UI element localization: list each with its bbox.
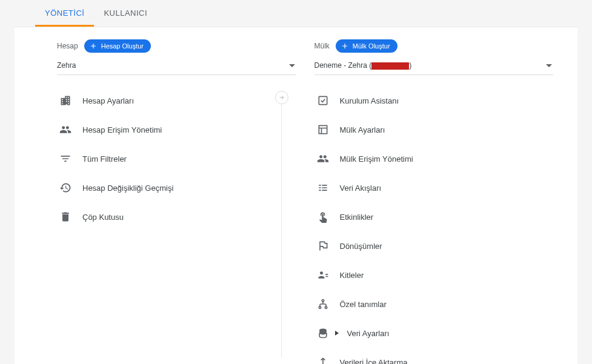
- tab-user[interactable]: KULLANICI: [94, 0, 157, 27]
- account-label: Hesap: [57, 42, 78, 50]
- property-column: Mülk Mülk Oluştur Deneme - Zehra () Kuru: [296, 39, 554, 364]
- arrow-right-icon: [279, 94, 285, 101]
- data-settings-item[interactable]: Veri Ayarları: [314, 319, 554, 348]
- property-selected-suffix: ): [409, 61, 411, 70]
- property-access-item[interactable]: Mülk Erişim Yönetimi: [314, 144, 554, 173]
- conversions-item[interactable]: Dönüşümler: [314, 231, 554, 260]
- people-icon: [59, 124, 72, 136]
- database-icon: [317, 327, 329, 339]
- menu-label: Kitleler: [340, 271, 364, 280]
- setup-assistant-item[interactable]: Kurulum Asistanı: [314, 86, 554, 115]
- svg-point-4: [319, 306, 321, 308]
- flag-icon: [317, 240, 329, 252]
- svg-point-5: [325, 306, 327, 308]
- menu-label: Veri Ayarları: [347, 329, 390, 338]
- account-selected: Zehra: [57, 61, 76, 70]
- events-item[interactable]: Etkinlikler: [314, 202, 554, 231]
- menu-label: Mülk Erişim Yönetimi: [340, 154, 413, 164]
- create-property-button[interactable]: Mülk Oluştur: [336, 39, 397, 53]
- caret-down-icon: [546, 64, 552, 67]
- menu-label: Veri Akışları: [340, 184, 382, 193]
- account-access-item[interactable]: Hesap Erişim Yönetimi: [57, 115, 296, 144]
- menu-label: Özel tanımlar: [340, 300, 387, 309]
- all-filters-item[interactable]: Tüm Filtreler: [57, 144, 296, 173]
- menu-label: Dönüşümler: [340, 242, 382, 251]
- expand-arrow-icon: [335, 331, 339, 336]
- menu-label: Verileri İçe Aktarma: [340, 358, 408, 365]
- menu-label: Etkinlikler: [340, 213, 374, 222]
- checkbox-icon: [317, 94, 329, 107]
- custom-definitions-item[interactable]: Özel tanımlar: [314, 290, 554, 319]
- touch-icon: [317, 211, 329, 223]
- svg-point-3: [322, 300, 324, 302]
- account-header: Hesap Hesap Oluştur: [57, 39, 296, 53]
- upload-icon: [317, 356, 329, 364]
- menu-label: Hesap Değişikliği Geçmişi: [82, 184, 173, 193]
- tab-admin[interactable]: YÖNETİCİ: [35, 0, 94, 27]
- hierarchy-icon: [317, 298, 329, 310]
- property-label: Mülk: [314, 42, 330, 50]
- data-streams-item[interactable]: Veri Akışları: [314, 173, 554, 202]
- trash-item[interactable]: Çöp Kutusu: [57, 202, 296, 231]
- property-selected-prefix: Deneme - Zehra (: [314, 61, 372, 70]
- property-selector[interactable]: Deneme - Zehra (): [314, 58, 554, 75]
- history-icon: [59, 182, 72, 194]
- menu-label: Mülk Ayarları: [340, 125, 385, 134]
- caret-down-icon: [289, 64, 295, 67]
- tab-bar: YÖNETİCİ KULLANICI: [15, 0, 577, 27]
- account-selector[interactable]: Zehra: [57, 58, 296, 75]
- create-account-label: Hesap Oluştur: [101, 42, 144, 50]
- create-property-label: Mülk Oluştur: [353, 42, 390, 50]
- menu-label: Kurulum Asistanı: [340, 96, 399, 105]
- property-selected: Deneme - Zehra (): [314, 61, 412, 70]
- create-account-button[interactable]: Hesap Oluştur: [84, 39, 151, 53]
- layout-icon: [317, 124, 329, 136]
- account-column: Hesap Hesap Oluştur Zehra Hesap Ayarları: [57, 39, 296, 364]
- redacted-id: [371, 62, 409, 70]
- menu-label: Hesap Erişim Yönetimi: [82, 125, 162, 134]
- property-settings-item[interactable]: Mülk Ayarları: [314, 115, 554, 144]
- plus-icon: [89, 42, 98, 50]
- data-import-item[interactable]: Verileri İçe Aktarma: [314, 348, 554, 364]
- svg-point-2: [320, 271, 323, 274]
- svg-rect-1: [319, 125, 327, 133]
- account-settings-item[interactable]: Hesap Ayarları: [57, 86, 296, 115]
- property-menu: Kurulum Asistanı Mülk Ayarları Mülk Eriş…: [314, 86, 554, 364]
- main-panel: Hesap Hesap Oluştur Zehra Hesap Ayarları: [15, 27, 577, 364]
- building-icon: [59, 94, 72, 107]
- streams-icon: [317, 182, 329, 194]
- divider-arrow-button[interactable]: [275, 91, 288, 104]
- svg-rect-0: [319, 96, 327, 104]
- filter-icon: [59, 153, 72, 165]
- property-header: Mülk Mülk Oluştur: [314, 39, 554, 53]
- menu-label: Hesap Ayarları: [82, 96, 134, 105]
- plus-icon: [341, 42, 349, 50]
- admin-page: YÖNETİCİ KULLANICI Hesap Hesap Oluştur Z…: [0, 0, 592, 364]
- account-menu: Hesap Ayarları Hesap Erişim Yönetimi Tüm…: [57, 86, 296, 231]
- audiences-item[interactable]: Kitleler: [314, 260, 554, 290]
- menu-label: Tüm Filtreler: [82, 154, 127, 164]
- menu-label: Çöp Kutusu: [82, 213, 124, 222]
- audience-icon: [317, 269, 329, 281]
- change-history-item[interactable]: Hesap Değişikliği Geçmişi: [57, 173, 296, 202]
- people-icon: [317, 153, 329, 165]
- trash-icon: [59, 211, 72, 223]
